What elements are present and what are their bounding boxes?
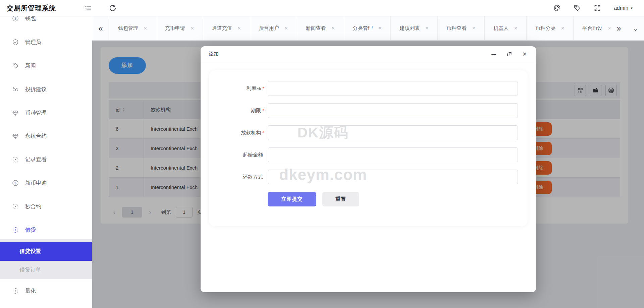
- sidebar-item-label: 钱包: [25, 16, 36, 22]
- tab-close-icon[interactable]: ✕: [331, 26, 335, 31]
- lender-input[interactable]: [268, 125, 518, 140]
- tabs-menu-chevron-down-icon[interactable]: ⌄: [627, 16, 644, 40]
- tab-close-icon[interactable]: ✕: [284, 26, 288, 31]
- sidebar-item-label: 管理员: [25, 39, 41, 46]
- repayment-input[interactable]: [268, 170, 518, 184]
- tab-close-icon[interactable]: ✕: [191, 26, 194, 31]
- tab-label: 币种查看: [446, 25, 467, 32]
- user-menu[interactable]: admin ▾: [614, 5, 633, 11]
- tab-label: 分类管理: [353, 25, 373, 32]
- tab-label: 机器人: [493, 25, 508, 32]
- tab-close-icon[interactable]: ✕: [472, 26, 476, 31]
- dialog-header: 添加 — ✕: [201, 46, 536, 62]
- caret-down-icon: ▾: [631, 6, 633, 10]
- tab-backend-users[interactable]: 后台用户✕: [250, 16, 297, 40]
- sidebar-item-label: 永续合约: [25, 133, 47, 140]
- sidebar-item-quant[interactable]: 量化: [0, 282, 92, 300]
- collapse-sidebar-icon[interactable]: [84, 4, 92, 12]
- sidebar-item-label: 投拆建议: [25, 86, 47, 93]
- tab-close-icon[interactable]: ✕: [378, 26, 382, 31]
- rate-input[interactable]: [268, 81, 518, 96]
- tab-label: 建议列表: [399, 25, 420, 32]
- subitem-label: 借贷订单: [19, 266, 41, 273]
- sidebar-item-label: 记录查看: [25, 156, 47, 163]
- start-amount-input[interactable]: [268, 147, 518, 162]
- sidebar-item-new-coin[interactable]: $ 新币申购: [0, 174, 92, 192]
- sidebar-item-news[interactable]: 新闻: [0, 56, 92, 75]
- sidebar-item-admin[interactable]: 管理员: [0, 33, 92, 52]
- field-label: 利率%: [247, 85, 261, 91]
- tab-news-view[interactable]: 新闻查看✕: [297, 16, 344, 40]
- sidebar-subitem-lending-orders[interactable]: 借贷订单: [0, 261, 92, 279]
- required-asterisk: *: [262, 108, 264, 113]
- tab-close-icon[interactable]: ✕: [144, 26, 147, 31]
- sidebar-item-label: 借贷: [25, 227, 36, 234]
- tab-suggestion-list[interactable]: 建议列表✕: [391, 16, 438, 40]
- tag-icon[interactable]: [574, 4, 581, 12]
- tab-close-icon[interactable]: ✕: [237, 26, 241, 31]
- tab-coin-view[interactable]: 币种查看✕: [438, 16, 485, 40]
- sidebar-item-coin-management[interactable]: 币种管理: [0, 104, 92, 122]
- tabs-strip: 钱包管理✕ 充币申请✕ 通道充值✕ 后台用户✕ 新闻查看✕ 分类管理✕ 建议列表…: [109, 16, 610, 40]
- tab-robot[interactable]: 机器人✕: [485, 16, 527, 40]
- sidebar-subitem-lending-settings[interactable]: 借贷设置: [0, 242, 92, 261]
- aim-circle-icon: [12, 203, 19, 210]
- sidebar-item-label: 秒合约: [25, 203, 41, 210]
- dollar-circle-icon: $: [12, 180, 19, 186]
- tab-close-icon[interactable]: ✕: [425, 26, 429, 31]
- tabs-scroll-right-icon[interactable]: »: [610, 16, 627, 40]
- reset-button[interactable]: 重置: [322, 192, 359, 206]
- close-icon[interactable]: ✕: [521, 51, 528, 58]
- field-label: 放款机构: [241, 130, 261, 135]
- fullscreen-icon[interactable]: [594, 4, 601, 12]
- tab-label: 平台币设: [582, 25, 602, 32]
- app-title: 交易所管理系统: [7, 4, 56, 13]
- gem-icon: [12, 133, 19, 139]
- sidebar-item-wallet[interactable]: $ 钱包: [0, 16, 92, 28]
- tab-platform-coin[interactable]: 平台币设✕: [574, 16, 610, 40]
- maximize-icon[interactable]: [506, 51, 513, 58]
- sidebar-item-records[interactable]: 记录查看: [0, 150, 92, 169]
- form-row-term: 期限*: [201, 103, 536, 118]
- sidebar-item-perpetual[interactable]: 永续合约: [0, 127, 92, 145]
- field-label: 还款方式: [243, 174, 263, 180]
- tab-close-icon[interactable]: ✕: [561, 26, 565, 31]
- tab-wallet-management[interactable]: 钱包管理✕: [109, 16, 156, 40]
- subitem-label: 借贷设置: [19, 248, 41, 255]
- field-label: 起始金额: [243, 152, 263, 158]
- tab-deposit-request[interactable]: 充币申请✕: [156, 16, 203, 40]
- gem-icon: [12, 110, 19, 116]
- sidebar: $ 钱包 管理员 新闻 投拆建议 币种管理 永续合约 记录: [0, 16, 92, 308]
- theme-palette-icon[interactable]: [553, 4, 561, 12]
- sidebar-item-suggestions[interactable]: 投拆建议: [0, 80, 92, 99]
- term-input[interactable]: [268, 103, 518, 118]
- dialog-title: 添加: [209, 51, 219, 57]
- tag-icon: [12, 62, 19, 69]
- tab-close-icon[interactable]: ✕: [514, 26, 518, 31]
- sidebar-item-lending[interactable]: 借贷: [0, 221, 92, 239]
- user-name: admin: [614, 5, 629, 11]
- tab-category-management[interactable]: 分类管理✕: [344, 16, 391, 40]
- aim-circle-icon: [12, 227, 19, 233]
- tab-label: 新闻查看: [306, 25, 326, 32]
- aim-circle-icon: [12, 288, 19, 294]
- tab-close-icon[interactable]: ✕: [608, 26, 610, 31]
- sidebar-item-label: 币种管理: [25, 110, 47, 117]
- sidebar-item-label: 量化: [25, 288, 36, 295]
- svg-text:$: $: [14, 17, 16, 20]
- sidebar-item-label: 新闻: [25, 62, 36, 69]
- tabbar: « 钱包管理✕ 充币申请✕ 通道充值✕ 后台用户✕ 新闻查看✕ 分类管理✕ 建议…: [92, 16, 644, 41]
- submit-button[interactable]: 立即提交: [268, 192, 316, 206]
- infinity-link-icon: [12, 86, 19, 93]
- minimize-icon[interactable]: —: [490, 51, 497, 58]
- refresh-icon[interactable]: [109, 4, 116, 12]
- tabs-scroll-left-icon[interactable]: «: [92, 16, 109, 40]
- field-label: 期限: [251, 108, 261, 113]
- form-row-start-amount: 起始金额: [201, 147, 536, 162]
- tab-coin-category[interactable]: 币种分类✕: [527, 16, 574, 40]
- add-dialog: 添加 — ✕ 利率%* 期限* 放款机构* 起始金额 还款方式 立即提交 重置 …: [201, 46, 536, 292]
- sidebar-item-label: 新币申购: [25, 180, 47, 187]
- tab-channel-deposit[interactable]: 通道充值✕: [203, 16, 250, 40]
- sidebar-item-second-contract[interactable]: 秒合约: [0, 197, 92, 216]
- tab-label: 充币申请: [165, 25, 185, 32]
